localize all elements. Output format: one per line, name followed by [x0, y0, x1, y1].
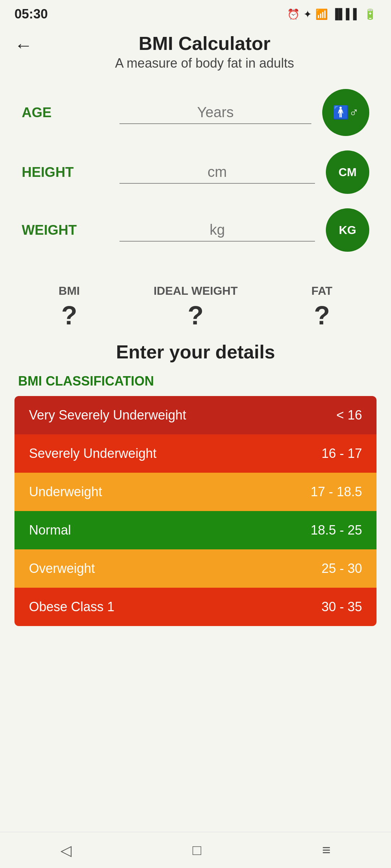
- app-subtitle: A measure of body fat in adults: [33, 56, 377, 71]
- nav-menu-button[interactable]: ≡: [322, 842, 331, 858]
- header: ← BMI Calculator A measure of body fat i…: [0, 25, 391, 75]
- classification-row: Normal18.5 - 25: [14, 511, 377, 549]
- class-range: 25 - 30: [321, 561, 362, 576]
- person-icon: 🚹: [333, 105, 349, 120]
- prompt-text: Enter your details: [0, 334, 391, 374]
- height-row: HEIGHT CM: [22, 150, 369, 194]
- classification-row: Obese Class 130 - 35: [14, 588, 377, 626]
- app-title: BMI Calculator: [33, 33, 377, 54]
- class-name: Very Severely Underweight: [29, 408, 186, 423]
- status-time: 05:30: [14, 7, 48, 22]
- results-section: BMI ? IDEAL WEIGHT ? FAT ?: [0, 273, 391, 334]
- male-icon: ♂: [349, 105, 359, 120]
- class-name: Normal: [29, 523, 71, 538]
- ideal-weight-value: ?: [154, 301, 237, 330]
- fat-result: FAT ?: [311, 284, 332, 330]
- nav-home-button[interactable]: □: [193, 842, 201, 858]
- bmi-value: ?: [59, 301, 80, 330]
- height-input[interactable]: [119, 161, 315, 184]
- classification-row: Very Severely Underweight< 16: [14, 396, 377, 434]
- weight-unit-button[interactable]: KG: [326, 208, 369, 252]
- height-unit-button[interactable]: CM: [326, 150, 369, 194]
- height-unit-label: CM: [339, 166, 357, 179]
- age-input[interactable]: [119, 101, 311, 124]
- classification-section: BMI CLASSIFICATION Very Severely Underwe…: [0, 374, 391, 633]
- weight-field-wrapper: [119, 219, 315, 242]
- alarm-icon: ⏰: [287, 8, 300, 20]
- height-field-wrapper: [119, 161, 315, 184]
- status-icons: ⏰ ✦ 📶 ▐▌▌▌ 🔋: [287, 8, 377, 20]
- header-center: BMI Calculator A measure of body fat in …: [33, 33, 377, 71]
- age-row: AGE 🚹 ♂: [22, 89, 369, 136]
- battery-icon: 🔋: [364, 8, 377, 20]
- signal-icon: ▐▌▌▌: [332, 8, 360, 20]
- weight-row: WEIGHT KG: [22, 208, 369, 252]
- weight-input[interactable]: [119, 219, 315, 242]
- weight-label: WEIGHT: [22, 222, 109, 238]
- fat-value: ?: [311, 301, 332, 330]
- weight-unit-label: KG: [339, 224, 356, 237]
- bmi-label: BMI: [59, 284, 80, 298]
- class-name: Underweight: [29, 484, 102, 499]
- inputs-section: AGE 🚹 ♂ HEIGHT CM WEIGHT KG: [0, 75, 391, 273]
- ideal-weight-label: IDEAL WEIGHT: [154, 284, 237, 298]
- height-label: HEIGHT: [22, 165, 109, 180]
- age-field-wrapper: [119, 101, 311, 124]
- class-range: 30 - 35: [321, 599, 362, 614]
- class-range: 17 - 18.5: [311, 484, 362, 499]
- bluetooth-icon: ✦: [303, 8, 312, 20]
- nav-back-button[interactable]: ◁: [60, 842, 72, 859]
- classification-row: Underweight17 - 18.5: [14, 473, 377, 511]
- wifi-icon: 📶: [315, 8, 328, 20]
- class-range: 16 - 17: [321, 446, 362, 461]
- status-bar: 05:30 ⏰ ✦ 📶 ▐▌▌▌ 🔋: [0, 0, 391, 25]
- class-name: Severely Underweight: [29, 446, 156, 461]
- bmi-result: BMI ?: [59, 284, 80, 330]
- class-name: Obese Class 1: [29, 599, 114, 614]
- ideal-weight-result: IDEAL WEIGHT ?: [154, 284, 237, 330]
- age-label: AGE: [22, 105, 109, 120]
- classification-row: Severely Underweight16 - 17: [14, 434, 377, 473]
- class-name: Overweight: [29, 561, 95, 576]
- class-range: < 16: [336, 408, 362, 423]
- class-range: 18.5 - 25: [311, 523, 362, 538]
- back-button[interactable]: ←: [14, 36, 33, 54]
- classification-table: Very Severely Underweight< 16Severely Un…: [14, 396, 377, 626]
- gender-toggle-button[interactable]: 🚹 ♂: [322, 89, 369, 136]
- classification-row: Overweight25 - 30: [14, 549, 377, 588]
- fat-label: FAT: [311, 284, 332, 298]
- classification-title: BMI CLASSIFICATION: [14, 374, 377, 389]
- nav-bar: ◁ □ ≡: [0, 832, 391, 868]
